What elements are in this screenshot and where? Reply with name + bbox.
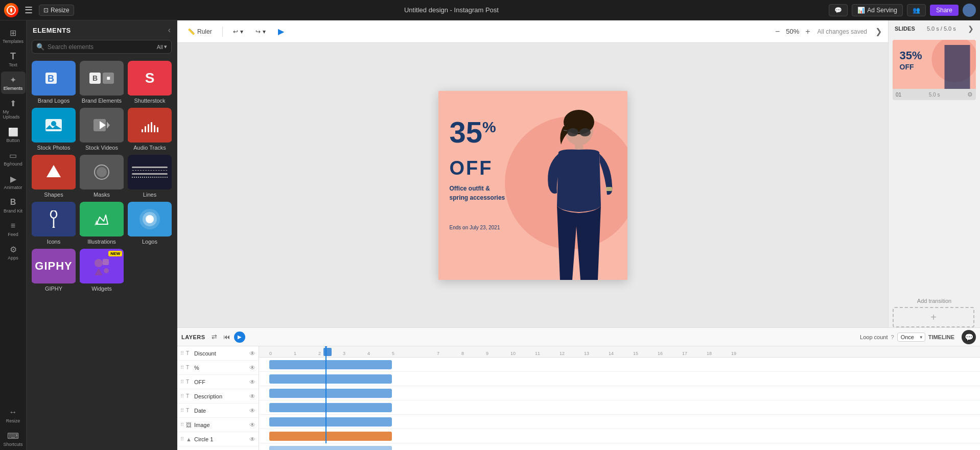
timeline-tracks[interactable]: 0 1 2 3 4 5 7 8 9 10 11 12 13 14: [259, 346, 980, 450]
layer-visibility-circle1[interactable]: 👁: [249, 436, 255, 443]
sidebar-item-templates[interactable]: ⊞ Templates: [1, 25, 26, 47]
element-audio-tracks[interactable]: Audio Tracks: [128, 108, 172, 151]
layer-visibility-percent[interactable]: 👁: [249, 364, 255, 371]
track-bar-percent: [269, 374, 392, 384]
slides-duration: 5.0 s / 5.0 s: [927, 26, 956, 32]
element-lines[interactable]: Lines: [128, 155, 172, 198]
element-stock-photos[interactable]: Stock Photos: [32, 108, 76, 151]
ruler-button[interactable]: 📏 Ruler: [183, 26, 216, 37]
apps-icon: ⚙: [8, 244, 18, 254]
redo-button[interactable]: ↪ ▾: [251, 26, 270, 37]
svg-rect-12: [154, 125, 155, 132]
chat-icon[interactable]: 💬: [962, 330, 976, 344]
svg-text:OFF: OFF: [900, 63, 914, 71]
track-bar-discount: [269, 360, 392, 369]
element-logos[interactable]: Logos: [128, 202, 172, 245]
share-button[interactable]: Share: [930, 5, 959, 16]
playhead[interactable]: [325, 346, 326, 443]
slides-panel: SLIDES 5.0 s / 5.0 s ❯ 35% OFF: [888, 20, 980, 327]
feedback-button[interactable]: 💬: [829, 4, 848, 16]
slides-list: 35% OFF 01 5.0 s ⚙: [889, 37, 980, 295]
redo-chevron-icon: ▾: [263, 28, 266, 35]
layer-visibility-discount[interactable]: 👁: [249, 350, 255, 357]
share-people-button[interactable]: 👥: [907, 4, 926, 16]
panel-collapse-button[interactable]: ‹: [168, 26, 171, 35]
element-icons[interactable]: Icons: [32, 202, 76, 245]
sidebar-item-uploads[interactable]: ⬆ My Uploads: [1, 95, 26, 123]
track-row-percent: [259, 372, 980, 386]
button-icon: ⬜: [8, 127, 18, 137]
sidebar-item-elements[interactable]: ✦ Elements: [1, 72, 26, 94]
timeline-play-button[interactable]: ▶: [234, 331, 245, 343]
element-brand-elements[interactable]: B ■ Brand Elements: [80, 61, 124, 104]
element-brand-logos[interactable]: B Brand Logos: [32, 61, 76, 104]
ad-serving-button[interactable]: 📊 Ad Serving: [852, 4, 903, 16]
svg-marker-6: [107, 122, 110, 129]
resize-icon: ⊡: [43, 7, 49, 14]
search-icon: 🔍: [36, 43, 44, 51]
share-icon: 👥: [913, 7, 920, 14]
resize-button[interactable]: ⊡ Resize: [39, 5, 74, 16]
track-row-off: [259, 386, 980, 400]
menu-icon[interactable]: ☰: [22, 3, 35, 18]
element-shutterstock[interactable]: S Shutterstock: [128, 61, 172, 104]
slide-settings-icon[interactable]: ⚙: [967, 91, 973, 98]
timeline-area: LAYERS ⇄ ⏮ ▶ Loop count ? Once 2x 3x: [177, 327, 980, 450]
svg-point-30: [579, 128, 591, 136]
layer-visibility-description[interactable]: 👁: [249, 393, 255, 400]
svg-text:35%: 35%: [900, 49, 922, 62]
add-transition-button[interactable]: Add transition: [889, 295, 980, 307]
add-slide-button[interactable]: +: [893, 307, 974, 327]
layer-type-icon: T: [186, 365, 192, 370]
layer-visibility-date[interactable]: 👁: [249, 407, 255, 414]
zoom-in-button[interactable]: +: [802, 26, 813, 37]
expand-slides-button[interactable]: ❯: [875, 27, 882, 36]
element-shapes[interactable]: Shapes: [32, 155, 76, 198]
element-illustrations[interactable]: Illustrations: [80, 202, 124, 245]
scrubber-box[interactable]: [323, 348, 332, 356]
layer-row-circle1: ⠿ ▲ Circle 1 👁: [177, 432, 259, 446]
slides-expand-icon[interactable]: ❯: [968, 25, 974, 33]
svg-rect-25: [104, 268, 109, 273]
layer-visibility-off[interactable]: 👁: [249, 378, 255, 386]
avatar[interactable]: [963, 4, 976, 17]
undo-button[interactable]: ↩ ▾: [229, 26, 247, 37]
layer-type-icon: T: [186, 408, 192, 413]
sidebar-item-resize[interactable]: ↔ Resize: [1, 404, 26, 427]
search-input[interactable]: [48, 43, 154, 51]
templates-icon: ⊞: [8, 28, 18, 38]
text-icon: T: [8, 51, 18, 61]
svg-rect-13: [157, 127, 158, 132]
slide-item-1[interactable]: 35% OFF 01 5.0 s ⚙: [893, 40, 976, 100]
sidebar-item-animator[interactable]: ▶ Animator: [1, 171, 26, 193]
loop-count-select[interactable]: Once 2x 3x Loop: [897, 333, 925, 342]
canvas-area: 📏 Ruler ↩ ▾ ↪ ▾ ▶: [177, 20, 888, 327]
zoom-out-button[interactable]: −: [772, 26, 783, 37]
shortcuts-icon: ⌨: [8, 431, 18, 441]
sidebar-item-text[interactable]: T Text: [1, 48, 26, 70]
element-stock-videos[interactable]: Stock Videos: [80, 108, 124, 151]
track-row-image: [259, 429, 980, 443]
sidebar-item-shortcuts[interactable]: ⌨ Shortcuts: [1, 428, 26, 450]
ruler-icon: 📏: [188, 28, 195, 35]
layer-visibility-image[interactable]: 👁: [249, 421, 255, 429]
resize-nav-icon: ↔: [8, 407, 18, 417]
track-row-description: [259, 400, 980, 415]
sidebar-item-brand-kit[interactable]: B Brand Kit: [1, 194, 26, 217]
track-bar-date: [269, 417, 392, 427]
layer-row-circle2: ⠿ ▲ Circle 2 👁: [177, 446, 259, 450]
layer-type-icon: T: [186, 393, 192, 399]
timeline-shuffle-button[interactable]: ⇄: [209, 332, 219, 342]
element-giphy[interactable]: GIPHY GIPHY: [32, 249, 76, 292]
timeline-step-back-button[interactable]: ⏮: [221, 332, 232, 342]
redo-icon: ↪: [255, 28, 261, 35]
canvas-wrapper[interactable]: 35% OFF Office outfit &spring accessorie…: [177, 43, 888, 327]
canvas-description: Office outfit &spring accessories: [450, 184, 505, 202]
play-button[interactable]: ▶: [274, 25, 288, 38]
sidebar-item-apps[interactable]: ⚙ Apps: [1, 241, 26, 264]
sidebar-item-bg[interactable]: ▭ Bg/round: [1, 147, 26, 170]
sidebar-item-button[interactable]: ⬜ Button: [1, 124, 26, 146]
element-masks[interactable]: Masks: [80, 155, 124, 198]
element-widgets[interactable]: NEW Widgets: [80, 249, 124, 292]
sidebar-item-feed[interactable]: ≡ Feed: [1, 218, 26, 240]
